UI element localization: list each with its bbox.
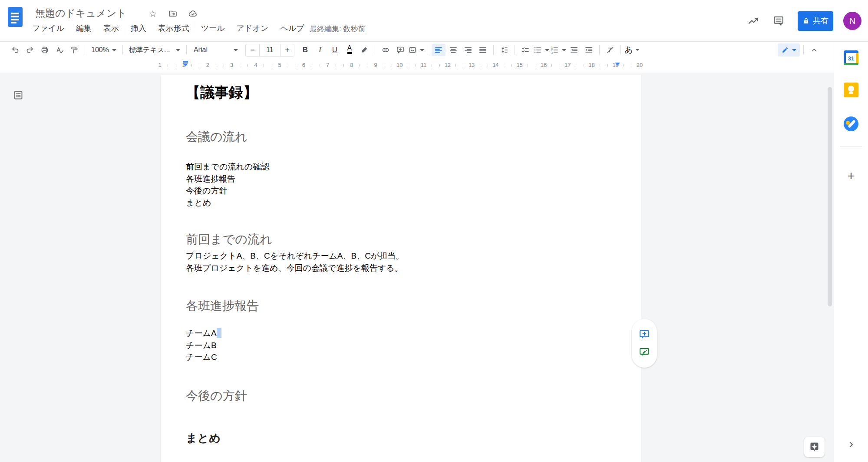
doc-line: チームB [186,339,624,352]
ruler-number: 15 [516,62,522,68]
highlight-color-button[interactable] [357,44,371,56]
redo-button[interactable] [23,44,37,56]
ruler-tick [288,64,288,66]
paragraph-style-select[interactable]: 標準テキス... [126,44,183,56]
ruler-number: 17 [564,62,571,68]
ruler-tick [584,64,584,66]
ruler-tick [432,64,432,66]
align-right-button[interactable] [461,44,475,56]
google-docs-logo-icon[interactable] [8,7,23,27]
font-size-control: − 11 + [245,44,294,57]
ruler-tick [392,64,392,66]
font-family-select[interactable]: Arial [190,44,241,56]
font-size-input[interactable]: 11 [259,44,281,56]
document-status-cloud-icon[interactable] [187,7,199,20]
document-page[interactable]: 【議事録】会議の流れ前回までの流れの確認各班進捗報告今後の方針まとめ前回までの流… [161,75,641,462]
left-indent-marker[interactable] [183,61,188,66]
share-button[interactable]: 共有 [798,11,833,31]
checklist-button[interactable] [518,44,532,56]
decrease-font-size-button[interactable]: − [246,44,259,56]
text-selection-highlight [217,328,221,338]
hide-side-panel-button[interactable] [846,439,856,450]
insert-image-button[interactable] [408,44,424,56]
account-avatar[interactable]: N [843,12,861,30]
editing-mode-select[interactable] [778,43,800,57]
align-left-button[interactable] [432,44,446,56]
justify-button[interactable] [476,44,490,56]
suggest-edits-margin-button[interactable] [639,346,650,358]
insert-link-button[interactable] [379,44,393,56]
ruler-tick [336,64,336,66]
ruler-tick [200,64,200,66]
chevron-down-icon [636,49,639,51]
share-label: 共有 [813,16,828,26]
doc-heading: 会議の流れ [186,129,624,145]
ruler-tick [480,64,480,66]
open-comment-history-icon[interactable] [769,11,788,30]
last-edited-link[interactable]: 最終編集: 数秒前 [310,24,365,34]
ruler-tick [368,64,368,66]
doc-line: 各班進捗報告 [186,173,624,185]
vertical-scrollbar[interactable] [828,87,832,306]
calendar-icon[interactable]: 31 [844,50,858,65]
svg-text:3: 3 [551,51,553,54]
bulleted-list-button[interactable] [533,44,549,56]
menu-item[interactable]: 挿入 [131,23,146,33]
chevron-down-icon [545,49,549,51]
doc-subheading: まとめ [186,431,624,445]
ruler-tick [416,64,416,66]
ruler-tick [168,64,168,66]
line-spacing-button[interactable] [497,44,511,56]
ruler-number: 1 [158,62,161,68]
clear-formatting-button[interactable] [603,44,617,56]
pencil-icon [781,46,789,54]
keep-icon[interactable] [844,83,858,97]
undo-button[interactable] [8,44,22,56]
get-addons-button[interactable]: + [847,169,855,183]
bold-button[interactable]: B [298,44,312,56]
italic-button[interactable]: I [313,44,327,56]
show-outline-button[interactable] [11,88,25,102]
menu-item[interactable]: 編集 [76,23,92,33]
ruler-number: 5 [278,62,281,68]
ruler-number: 14 [492,62,498,68]
underline-button[interactable]: U [328,44,342,56]
add-comment-button[interactable] [393,44,407,56]
activity-dashboard-icon[interactable] [744,11,763,30]
ruler-tick [248,64,248,66]
input-tools-button[interactable]: あ [624,44,639,56]
move-to-folder-icon[interactable] [167,7,179,20]
spell-check-button[interactable] [53,44,66,56]
zoom-select[interactable]: 100% [89,44,119,56]
doc-line: 各班プロジェクトを進め、今回の会議で進捗を報告する。 [186,262,624,274]
collapse-toolbar-button[interactable] [807,44,821,56]
add-comment-margin-button[interactable] [639,329,650,340]
menu-item[interactable]: ツール [201,23,225,33]
ruler-number: 2 [206,62,209,68]
increase-font-size-button[interactable]: + [281,44,294,56]
ruler-number: 10 [396,62,403,68]
app-header: 無題のドキュメント ☆ ファイル編集表示挿入表示形式ツールアドオンヘルプ 最終編… [0,0,868,42]
document-title[interactable]: 無題のドキュメント [35,7,127,20]
increase-indent-button[interactable] [582,44,596,56]
menu-item[interactable]: 表示 [103,23,119,33]
chevron-down-icon [562,49,566,51]
print-button[interactable] [38,44,52,56]
align-center-button[interactable] [446,44,460,56]
star-icon[interactable]: ☆ [147,7,159,20]
ruler-tick [560,64,560,66]
decrease-indent-button[interactable] [567,44,581,56]
numbered-list-button[interactable]: 1 2 3 [550,44,566,56]
ruler-tick [360,64,360,66]
tasks-icon[interactable] [844,116,858,131]
text-color-button[interactable]: A [343,44,356,56]
explore-button[interactable] [804,437,825,457]
menu-item[interactable]: ヘルプ [280,23,304,33]
right-indent-marker[interactable] [615,63,620,66]
menu-item[interactable]: ファイル [32,23,64,33]
ruler-tick [240,64,240,66]
menu-item[interactable]: アドオン [237,23,269,33]
menu-item[interactable]: 表示形式 [158,23,189,33]
ruler-tick [632,64,632,66]
paint-format-button[interactable] [67,44,81,56]
